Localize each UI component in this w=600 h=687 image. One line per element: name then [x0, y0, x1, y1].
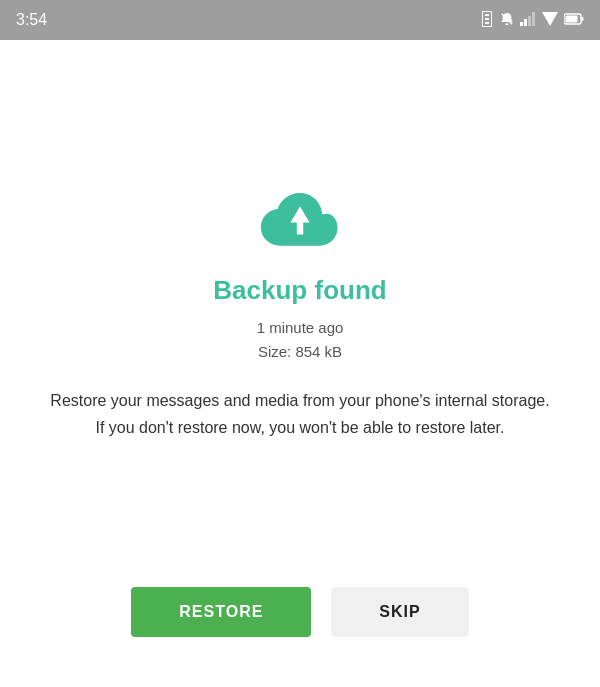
- signal-icon: [520, 12, 536, 28]
- restore-button[interactable]: RESTORE: [131, 587, 311, 637]
- backup-title: Backup found: [213, 275, 386, 306]
- svg-rect-1: [520, 22, 523, 26]
- backup-time: 1 minute ago: [257, 316, 344, 340]
- main-content: Backup found 1 minute ago Size: 854 kB R…: [0, 40, 600, 687]
- svg-rect-2: [524, 19, 527, 26]
- nfc-icon: [480, 11, 494, 30]
- status-icons: [480, 11, 584, 30]
- skip-button[interactable]: SKIP: [331, 587, 468, 637]
- wifi-icon: [542, 12, 558, 29]
- mute-icon: [500, 11, 514, 30]
- battery-icon: [564, 13, 584, 28]
- svg-rect-4: [532, 12, 535, 26]
- status-bar: 3:54: [0, 0, 600, 40]
- backup-description: Restore your messages and media from you…: [50, 388, 550, 441]
- status-time: 3:54: [16, 11, 47, 29]
- content-area: Backup found 1 minute ago Size: 854 kB R…: [50, 80, 550, 587]
- backup-size: Size: 854 kB: [257, 340, 344, 364]
- svg-marker-5: [542, 12, 558, 26]
- buttons-row: RESTORE SKIP: [30, 587, 570, 647]
- svg-rect-7: [582, 17, 584, 21]
- svg-rect-8: [566, 15, 578, 22]
- backup-info: 1 minute ago Size: 854 kB: [257, 316, 344, 364]
- svg-rect-3: [528, 16, 531, 26]
- cloud-upload-icon-container: [260, 186, 340, 255]
- cloud-upload-icon: [260, 186, 340, 251]
